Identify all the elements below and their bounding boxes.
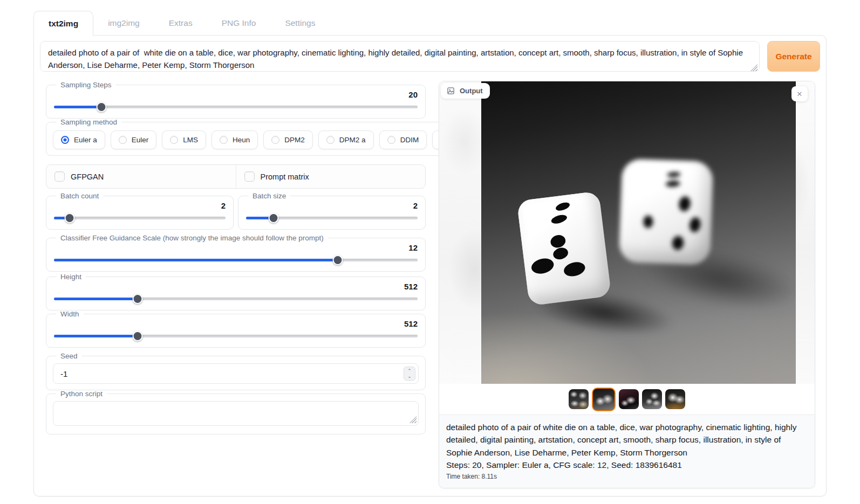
sampling-steps-slider-handle[interactable] <box>96 102 106 112</box>
width-value: 512 <box>53 319 418 328</box>
output-panel: Output ✕ <box>439 81 815 488</box>
radio-heun[interactable]: Heun <box>211 130 258 149</box>
python-script-label: Python script <box>56 390 107 398</box>
radio-label: DDIM <box>400 136 419 144</box>
cfg-scale-slider[interactable] <box>54 254 418 265</box>
radio-lms[interactable]: LMS <box>162 130 206 149</box>
height-group: Height 512 <box>46 273 426 310</box>
sampling-method-label: Sampling method <box>56 118 121 126</box>
generated-image[interactable] <box>481 81 796 384</box>
toggles-row: GFPGAN Prompt matrix <box>46 164 426 189</box>
width-slider-handle[interactable] <box>133 331 143 341</box>
thumbnail-4[interactable] <box>642 389 662 409</box>
gfpgan-checkbox[interactable]: GFPGAN <box>46 165 236 188</box>
height-slider[interactable] <box>54 293 418 304</box>
radio-icon <box>387 136 395 144</box>
app-body: detailed photo of a pair of white die on… <box>33 35 827 496</box>
cfg-scale-value: 12 <box>53 243 418 252</box>
batch-size-value: 2 <box>245 201 418 210</box>
gallery-thumbnails <box>439 384 815 415</box>
sampling-steps-label: Sampling Steps <box>56 81 116 89</box>
seed-label: Seed <box>56 352 82 360</box>
radio-euler-a[interactable]: Euler a <box>53 130 105 149</box>
tab-settings[interactable]: Settings <box>270 11 330 36</box>
gfpgan-label: GFPGAN <box>71 172 104 181</box>
cfg-scale-group: Classifier Free Guidance Scale (how stro… <box>46 234 426 272</box>
thumbnail-5[interactable] <box>665 389 685 409</box>
batch-size-slider-handle[interactable] <box>268 213 278 223</box>
radio-label: Euler a <box>74 136 97 144</box>
radio-dpm2-a[interactable]: DPM2 a <box>318 130 374 149</box>
python-script-input[interactable] <box>53 401 419 426</box>
tab-png-info[interactable]: PNG Info <box>207 11 271 36</box>
caption-time: Time taken: 8.11s <box>446 473 808 480</box>
output-image-stage <box>439 81 815 384</box>
settings-column: Sampling Steps 20 Sampling method Euler … <box>46 81 426 434</box>
radio-icon <box>119 136 127 144</box>
radio-icon <box>61 136 69 144</box>
thumbnail-3[interactable] <box>619 389 639 409</box>
cfg-scale-label: Classifier Free Guidance Scale (how stro… <box>56 234 328 242</box>
batch-size-label: Batch size <box>248 192 290 200</box>
prompt-matrix-checkbox[interactable]: Prompt matrix <box>236 165 426 188</box>
thumbnail-1[interactable] <box>569 389 589 409</box>
blurred-die <box>619 158 714 265</box>
sampling-steps-value: 20 <box>53 90 418 99</box>
prompt-row: detailed photo of a pair of white die on… <box>40 41 820 74</box>
output-label-text: Output <box>460 87 483 95</box>
seed-group: Seed ⌃⌄ <box>46 352 426 390</box>
batch-count-slider-handle[interactable] <box>64 213 74 223</box>
batch-count-slider[interactable] <box>54 212 226 223</box>
generation-info: detailed photo of a pair of white die on… <box>439 415 815 488</box>
radio-dpm2[interactable]: DPM2 <box>263 130 313 149</box>
image-icon <box>447 87 455 95</box>
radio-icon <box>220 136 228 144</box>
output-column: Output ✕ <box>439 81 815 488</box>
sampling-method-radios: Euler a Euler LMS Heun DPM2 DPM2 a DDIM … <box>53 130 481 149</box>
spinner-up-icon[interactable]: ⌃ <box>407 369 412 374</box>
number-spinner[interactable]: ⌃⌄ <box>404 367 415 381</box>
height-value: 512 <box>53 282 418 291</box>
width-label: Width <box>56 310 84 318</box>
tab-bar: txt2img img2img Extras PNG Info Settings <box>33 11 827 36</box>
seed-input[interactable] <box>53 363 419 384</box>
stage-left-filler <box>439 81 481 384</box>
thumbnail-2-selected[interactable] <box>592 388 616 411</box>
radio-icon <box>170 136 178 144</box>
radio-ddim[interactable]: DDIM <box>379 130 427 149</box>
caption-params: Steps: 20, Sampler: Euler a, CFG scale: … <box>446 459 808 471</box>
width-slider[interactable] <box>54 330 418 341</box>
sampling-steps-group: Sampling Steps 20 <box>46 81 426 119</box>
generate-button[interactable]: Generate <box>767 41 820 72</box>
batch-count-label: Batch count <box>56 192 103 200</box>
batch-count-group: Batch count 2 <box>46 192 234 230</box>
app-window: txt2img img2img Extras PNG Info Settings… <box>33 11 827 496</box>
python-script-group: Python script <box>46 390 426 434</box>
radio-label: Heun <box>233 136 250 144</box>
batch-size-slider[interactable] <box>246 212 418 223</box>
width-group: Width 512 <box>46 310 426 348</box>
tab-img2img[interactable]: img2img <box>93 11 154 36</box>
spinner-down-icon[interactable]: ⌄ <box>407 374 412 379</box>
checkbox-icon <box>244 171 255 182</box>
prompt-matrix-label: Prompt matrix <box>261 172 309 181</box>
radio-label: Euler <box>132 136 149 144</box>
checkbox-icon <box>54 171 65 182</box>
cfg-scale-slider-handle[interactable] <box>332 255 343 265</box>
radio-label: LMS <box>183 136 198 144</box>
radio-icon <box>326 136 335 144</box>
prompt-input[interactable]: detailed photo of a pair of white die on… <box>40 41 760 72</box>
close-icon[interactable]: ✕ <box>791 86 808 101</box>
radio-euler[interactable]: Euler <box>111 130 157 149</box>
sampling-method-group: Sampling method Euler a Euler LMS Heun D… <box>46 118 488 156</box>
tab-extras[interactable]: Extras <box>154 11 207 36</box>
caption-prompt: detailed photo of a pair of white die on… <box>446 421 808 459</box>
output-panel-label: Output <box>441 83 490 99</box>
height-label: Height <box>56 273 86 281</box>
focused-die <box>517 191 612 306</box>
tab-txt2img[interactable]: txt2img <box>33 11 93 36</box>
radio-label: DPM2 <box>284 136 305 144</box>
batch-size-group: Batch size 2 <box>238 192 426 230</box>
height-slider-handle[interactable] <box>133 294 143 304</box>
sampling-steps-slider[interactable] <box>54 101 418 112</box>
